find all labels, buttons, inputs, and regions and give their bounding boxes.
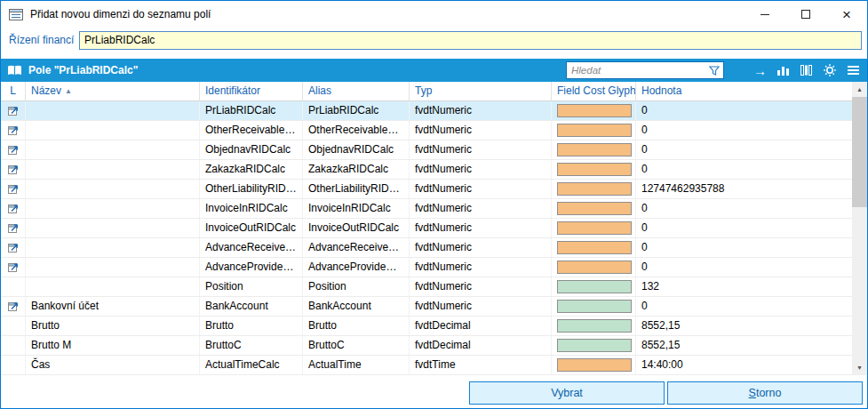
table-row[interactable]: InvoiceOutRIDCalcInvoiceOutRIDCalcfvdtNu… bbox=[1, 219, 852, 238]
row-link-cell bbox=[1, 317, 26, 335]
columns-icon[interactable] bbox=[800, 64, 813, 76]
row-hodnota: 0 bbox=[636, 160, 852, 179]
close-button[interactable]: × bbox=[826, 1, 867, 28]
row-alias: PrLiabRIDCalc bbox=[303, 101, 410, 120]
row-hodnota: 0 bbox=[636, 297, 852, 316]
dialog-window: Přidat novou dimenzi do seznamu polí × Ř… bbox=[0, 0, 868, 409]
row-hodnota: 0 bbox=[636, 121, 852, 140]
table-row[interactable]: ZakazkaRIDCalcZakazkaRIDCalcfvdtNumeric0 bbox=[1, 160, 852, 180]
table-row[interactable]: Bankovní účetBankAccountBankAccountfvdtN… bbox=[1, 297, 852, 317]
table-row[interactable]: InvoiceInRIDCalcInvoiceInRIDCalcfvdtNume… bbox=[1, 199, 852, 219]
table-row[interactable]: Brutto MBruttoCBruttoCfvdtDecimal8552,15 bbox=[1, 336, 852, 356]
row-link-cell[interactable] bbox=[1, 121, 26, 140]
row-link-cell[interactable] bbox=[1, 101, 26, 120]
open-link-icon bbox=[7, 261, 19, 273]
column-header-identifikator[interactable]: Identifikátor bbox=[200, 82, 303, 100]
table-row[interactable]: BruttoBruttoBruttofvdtDecimal8552,15 bbox=[1, 317, 852, 336]
title-bar: Přidat novou dimenzi do seznamu polí × bbox=[1, 1, 867, 28]
column-header-typ[interactable]: Typ bbox=[410, 82, 552, 100]
fields-table: L Název▲ Identifikátor Alias Typ Field C… bbox=[1, 82, 867, 375]
table-row[interactable]: AdvanceReceive…AdvanceReceive…fvdtNumeri… bbox=[1, 238, 852, 258]
row-typ: fvdtTime bbox=[410, 356, 552, 374]
search-input[interactable] bbox=[567, 65, 708, 76]
row-typ: fvdtNumeric bbox=[410, 258, 552, 277]
row-typ: fvdtNumeric bbox=[410, 297, 552, 316]
table-row[interactable]: OtherLiabilityRID…OtherLiabilityRID…fvdt… bbox=[1, 180, 852, 199]
maximize-button[interactable] bbox=[785, 1, 826, 28]
minimize-button[interactable] bbox=[745, 1, 785, 28]
dimension-name-input[interactable] bbox=[79, 31, 862, 50]
row-link-cell[interactable] bbox=[1, 199, 26, 218]
table-row[interactable]: PrLiabRIDCalcPrLiabRIDCalcfvdtNumeric0 bbox=[1, 101, 852, 121]
row-alias: ObjednavRIDCalc bbox=[303, 140, 410, 159]
scroll-up-icon[interactable]: ▲ bbox=[852, 82, 867, 97]
table-row[interactable]: OtherReceivable…OtherReceivable…fvdtNume… bbox=[1, 121, 852, 140]
panel-header: Pole "PrLiabRIDCalc" → bbox=[1, 59, 867, 82]
field-cost-glyph-bar bbox=[557, 261, 632, 274]
row-nazev: Bankovní účet bbox=[26, 297, 200, 316]
column-header-hodnota[interactable]: Hodnota bbox=[636, 82, 852, 100]
form-label: Řízení financí bbox=[9, 34, 79, 46]
row-alias: ZakazkaRIDCalc bbox=[303, 160, 410, 179]
row-hodnota: 12747462935788 bbox=[636, 180, 852, 198]
settings-icon[interactable] bbox=[823, 63, 837, 77]
row-link-cell[interactable] bbox=[1, 258, 26, 277]
field-cost-glyph-bar bbox=[557, 319, 632, 333]
column-header-l[interactable]: L bbox=[1, 82, 26, 100]
chart-icon[interactable] bbox=[776, 64, 790, 76]
row-link-cell[interactable] bbox=[1, 238, 26, 257]
select-button[interactable]: Vybrat bbox=[469, 381, 665, 405]
row-hodnota: 0 bbox=[636, 219, 852, 237]
menu-icon[interactable] bbox=[847, 65, 860, 76]
row-link-cell[interactable] bbox=[1, 297, 26, 316]
row-hodnota: 8552,15 bbox=[636, 317, 852, 335]
column-header-glyph[interactable]: Field Cost Glyph bbox=[552, 82, 636, 100]
table-row[interactable]: AdvanceProvide…AdvanceProvide…fvdtNumeri… bbox=[1, 258, 852, 277]
row-identifikator: BruttoC bbox=[200, 336, 303, 355]
row-glyph-cell bbox=[552, 180, 636, 198]
vertical-scrollbar[interactable]: ▲ ▼ bbox=[852, 82, 867, 375]
open-link-icon bbox=[7, 124, 19, 136]
cancel-button[interactable]: Storno bbox=[667, 381, 863, 405]
row-typ: fvdtNumeric bbox=[410, 160, 552, 179]
row-nazev bbox=[26, 258, 200, 277]
row-link-cell[interactable] bbox=[1, 140, 26, 159]
row-glyph-cell bbox=[552, 238, 636, 257]
row-nazev bbox=[26, 140, 200, 159]
column-header-alias[interactable]: Alias bbox=[303, 82, 410, 100]
table-row[interactable]: PositionPositionfvdtNumeric132 bbox=[1, 277, 852, 297]
row-hodnota: 0 bbox=[636, 140, 852, 159]
row-hodnota: 14:40:00 bbox=[636, 356, 852, 374]
row-identifikator: ObjednavRIDCalc bbox=[200, 140, 303, 159]
row-hodnota: 132 bbox=[636, 277, 852, 296]
row-alias: AdvanceProvide… bbox=[303, 258, 410, 277]
row-link-cell[interactable] bbox=[1, 160, 26, 179]
filter-icon[interactable] bbox=[708, 65, 721, 76]
sort-asc-icon: ▲ bbox=[65, 87, 72, 95]
row-link-cell[interactable] bbox=[1, 180, 26, 198]
row-typ: fvdtNumeric bbox=[410, 277, 552, 296]
close-icon: × bbox=[842, 7, 851, 22]
row-identifikator: OtherReceivable… bbox=[200, 121, 303, 140]
row-typ: fvdtDecimal bbox=[410, 336, 552, 355]
row-glyph-cell bbox=[552, 258, 636, 277]
row-nazev bbox=[26, 199, 200, 218]
table-header-row: L Název▲ Identifikátor Alias Typ Field C… bbox=[1, 82, 852, 101]
row-glyph-cell bbox=[552, 336, 636, 355]
field-cost-glyph-bar bbox=[557, 143, 632, 156]
table-row[interactable]: ČasActualTimeCalcActualTimefvdtTime14:40… bbox=[1, 356, 852, 375]
table-row[interactable]: ObjednavRIDCalcObjednavRIDCalcfvdtNumeri… bbox=[1, 140, 852, 160]
row-link-cell[interactable] bbox=[1, 219, 26, 237]
scroll-down-icon[interactable]: ▼ bbox=[852, 360, 867, 375]
row-hodnota: 0 bbox=[636, 258, 852, 277]
scrollbar-track[interactable] bbox=[852, 97, 867, 360]
export-arrow-icon[interactable]: → bbox=[753, 64, 767, 77]
field-cost-glyph-bar bbox=[557, 339, 632, 352]
app-icon bbox=[9, 9, 23, 20]
row-typ: fvdtDecimal bbox=[410, 317, 552, 335]
scrollbar-thumb[interactable] bbox=[852, 97, 867, 207]
row-alias: Position bbox=[303, 277, 410, 296]
row-glyph-cell bbox=[552, 199, 636, 218]
column-header-nazev[interactable]: Název▲ bbox=[26, 82, 200, 100]
row-identifikator: Position bbox=[200, 277, 303, 296]
